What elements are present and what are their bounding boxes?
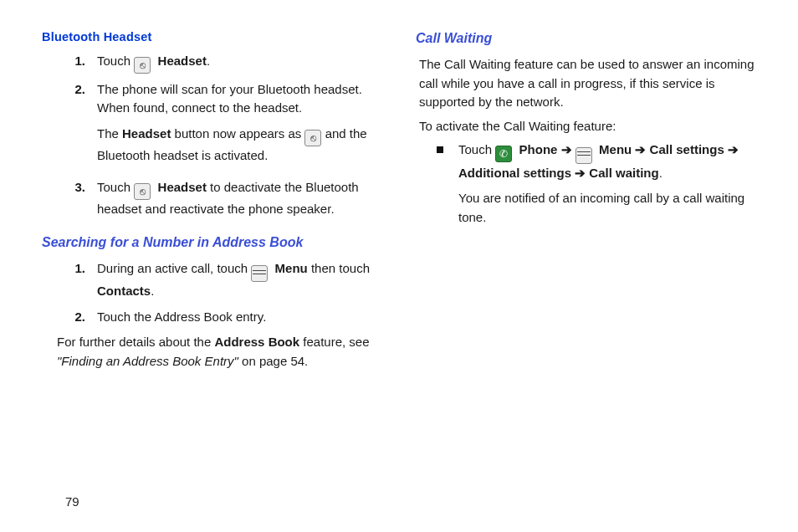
phone-label: Phone — [515, 142, 557, 156]
dot: . — [207, 54, 210, 68]
step-number: 2. — [67, 308, 85, 327]
menu-icon — [575, 147, 592, 164]
step-body: Touch the Address Book entry. — [97, 308, 382, 327]
bullet-square-icon — [437, 146, 443, 153]
step-body: During an active call, touch Menu then t… — [97, 259, 382, 301]
headset-label: Headset — [154, 54, 207, 68]
notified-text: You are notified of an incoming call by … — [458, 189, 756, 227]
arrow-icon: ➔ — [728, 142, 739, 156]
headset-icon: ⎋ — [134, 57, 151, 74]
text: The phone will scan for your Bluetooth h… — [97, 80, 382, 118]
dot: . — [151, 284, 154, 298]
step-1: 1. Touch ⎋ Headset. — [42, 52, 382, 74]
call-waiting-desc: The Call Waiting feature can be used to … — [416, 55, 756, 112]
further-details: For further details about the Address Bo… — [42, 333, 382, 371]
right-column: Call Waiting The Call Waiting feature ca… — [416, 28, 756, 376]
step-number: 2. — [67, 80, 85, 172]
headset-active-icon: ⎋ — [304, 130, 321, 146]
bullet-item: Touch ✆ Phone ➔ Menu ➔ Call settings ➔ A… — [416, 141, 756, 233]
step-number: 1. — [67, 259, 85, 301]
search-step-2: 2. Touch the Address Book entry. — [42, 308, 382, 327]
text: Touch — [97, 180, 134, 194]
search-step-1: 1. During an active call, touch Menu the… — [42, 259, 382, 301]
step-body: Touch ⎋ Headset. — [97, 52, 382, 74]
step-number: 1. — [67, 52, 85, 74]
menu-label: Menu — [271, 261, 307, 275]
text: then touch — [308, 261, 370, 275]
heading-searching-address-book: Searching for a Number in Address Book — [42, 233, 382, 253]
step-body: The phone will scan for your Bluetooth h… — [97, 80, 382, 172]
left-column: Bluetooth Headset 1. Touch ⎋ Headset. 2.… — [42, 28, 382, 376]
arrow-icon: ➔ — [635, 142, 649, 156]
heading-bluetooth-headset: Bluetooth Headset — [42, 28, 382, 47]
phone-icon: ✆ — [495, 146, 512, 162]
text: Touch the Address Book entry. — [97, 309, 266, 324]
text: During an active call, touch — [97, 261, 251, 275]
text: The Headset button now appears as ⎋ and … — [97, 125, 382, 166]
text: Touch — [97, 54, 134, 68]
contacts-label: Contacts — [97, 284, 151, 298]
step-3: 3. Touch ⎋ Headset to deactivate the Blu… — [42, 178, 382, 219]
page-number: 79 — [65, 494, 79, 509]
dot: . — [659, 166, 662, 180]
step-2: 2. The phone will scan for your Bluetoot… — [42, 80, 382, 172]
headset-label: Headset — [154, 180, 207, 194]
step-body: Touch ⎋ Headset to deactivate the Blueto… — [97, 178, 382, 219]
call-waiting-label: Call waiting — [589, 166, 658, 180]
step-number: 3. — [67, 178, 85, 219]
menu-label: Menu — [596, 142, 632, 156]
bullet-body: Touch ✆ Phone ➔ Menu ➔ Call settings ➔ A… — [458, 141, 756, 233]
menu-icon — [251, 265, 268, 282]
headset-icon: ⎋ — [134, 183, 151, 200]
call-settings-label: Call settings — [650, 142, 724, 156]
additional-settings-label: Additional settings — [458, 166, 571, 180]
call-waiting-activate: To activate the Call Waiting feature: — [416, 117, 756, 136]
heading-call-waiting: Call Waiting — [416, 28, 756, 49]
arrow-icon: ➔ — [575, 166, 589, 180]
text: Touch — [458, 142, 495, 156]
arrow-icon: ➔ — [561, 142, 575, 156]
